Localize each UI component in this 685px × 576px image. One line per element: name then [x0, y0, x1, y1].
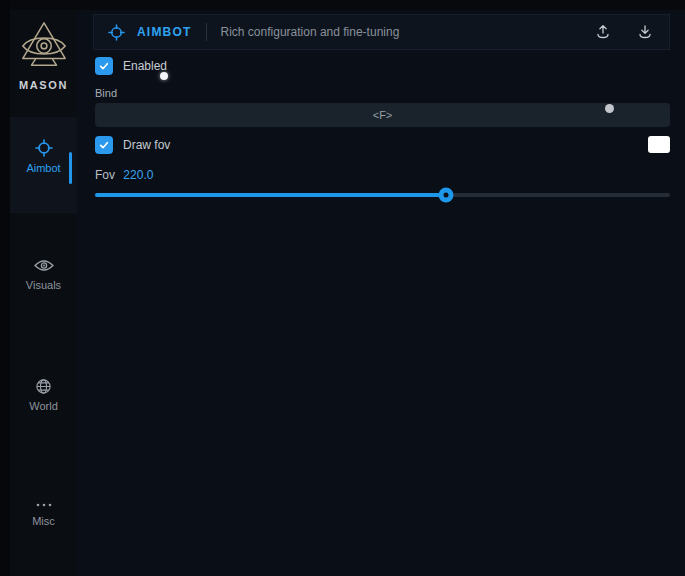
- sidebar: MASON Aimbot Visuals: [10, 10, 77, 576]
- sidebar-item-label: Aimbot: [26, 162, 60, 174]
- eye-icon: [34, 256, 54, 274]
- enabled-checkbox[interactable]: [95, 57, 113, 75]
- upload-icon[interactable]: [593, 22, 613, 42]
- enabled-label: Enabled: [123, 59, 167, 73]
- sidebar-item-world[interactable]: World: [10, 377, 77, 412]
- header-actions: [593, 22, 655, 42]
- globe-icon: [35, 377, 52, 395]
- header-divider: [206, 23, 207, 41]
- draw-fov-label: Draw fov: [123, 138, 170, 152]
- bind-value: <F>: [373, 109, 393, 121]
- crosshair-icon: [108, 24, 125, 41]
- sidebar-item-misc[interactable]: Misc: [10, 500, 77, 527]
- bind-label: Bind: [95, 87, 117, 99]
- sidebar-item-label: Misc: [32, 515, 55, 527]
- page-header: AIMBOT Rich configuration and fine-tunin…: [93, 14, 670, 50]
- page-subtitle: Rich configuration and fine-tuning: [221, 25, 400, 39]
- pyramid-eye-icon: [17, 20, 71, 74]
- fov-value-row: Fov 220.0: [95, 168, 153, 182]
- enabled-row: Enabled: [95, 57, 167, 75]
- fov-color-swatch[interactable]: [648, 136, 670, 153]
- sidebar-item-label: World: [29, 400, 58, 412]
- fov-slider-handle[interactable]: [438, 188, 453, 203]
- window-left-edge: [0, 0, 10, 576]
- ellipsis-icon: [35, 500, 53, 510]
- sidebar-item-visuals[interactable]: Visuals: [10, 256, 77, 291]
- window-top-edge: [0, 0, 685, 10]
- fov-label: Fov: [95, 168, 115, 182]
- fov-slider-fill: [95, 193, 446, 197]
- page-title: AIMBOT: [137, 25, 192, 39]
- crosshair-icon: [35, 139, 53, 157]
- fov-value: 220.0: [123, 168, 153, 182]
- brand-logo: MASON: [10, 20, 77, 91]
- bind-input[interactable]: <F>: [95, 103, 670, 127]
- app-window: MASON Aimbot Visuals: [0, 0, 685, 576]
- brand-name: MASON: [19, 79, 68, 91]
- main-panel: AIMBOT Rich configuration and fine-tunin…: [77, 10, 685, 576]
- sidebar-item-aimbot[interactable]: Aimbot: [10, 139, 77, 174]
- sidebar-item-label: Visuals: [26, 279, 61, 291]
- fov-slider[interactable]: [95, 186, 670, 204]
- download-icon[interactable]: [635, 22, 655, 42]
- draw-fov-checkbox[interactable]: [95, 136, 113, 154]
- draw-fov-row: Draw fov: [95, 136, 170, 154]
